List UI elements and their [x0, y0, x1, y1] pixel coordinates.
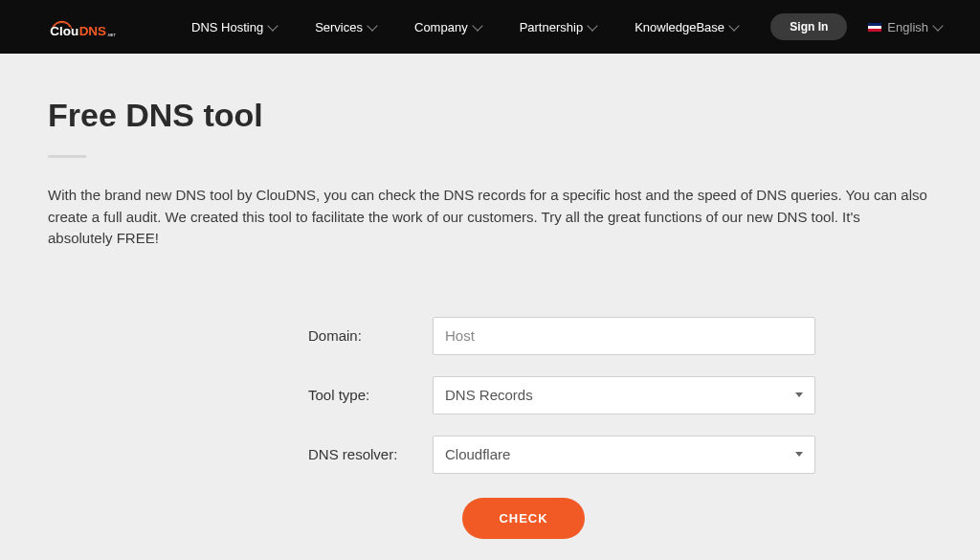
tooltype-row: Tool type: DNS Records [308, 376, 863, 414]
check-button[interactable]: CHECK [462, 498, 584, 539]
nav-company[interactable]: Company [414, 20, 481, 34]
domain-row: Domain: [308, 317, 863, 355]
svg-text:DNS: DNS [79, 24, 107, 38]
resolver-select[interactable]: Cloudflare [433, 436, 815, 474]
resolver-value: Cloudflare [445, 446, 510, 462]
nav-label: Partnership [520, 20, 583, 34]
top-navigation: Clou DNS .NET DNS Hosting Services Compa… [0, 0, 980, 54]
dns-tool-form: Domain: Tool type: DNS Records DNS resol… [117, 317, 863, 539]
chevron-down-icon [587, 20, 597, 31]
chevron-down-icon [367, 20, 377, 31]
chevron-down-icon [728, 20, 739, 31]
nav-label: Services [315, 20, 363, 34]
nav-services[interactable]: Services [315, 20, 376, 34]
dropdown-icon [795, 392, 803, 397]
page-content: Free DNS tool With the brand new DNS too… [0, 54, 980, 539]
nav-knowledgebase[interactable]: KnowledgeBase [635, 20, 738, 34]
chevron-down-icon [472, 20, 482, 31]
submit-row: CHECK [308, 498, 863, 539]
resolver-label: DNS resolver: [308, 446, 433, 462]
signin-button[interactable]: Sign In [770, 13, 847, 40]
nav-label: DNS Hosting [191, 20, 263, 34]
chevron-down-icon [932, 20, 943, 31]
page-description: With the brand new DNS tool by ClouDNS, … [48, 185, 928, 250]
page-title: Free DNS tool [48, 97, 932, 134]
svg-text:Clou: Clou [50, 24, 78, 38]
logo[interactable]: Clou DNS .NET [48, 12, 134, 41]
language-label: English [887, 20, 928, 34]
nav-label: Company [414, 20, 468, 34]
tooltype-value: DNS Records [445, 387, 533, 403]
nav-right: Sign In English [770, 13, 942, 40]
tooltype-select[interactable]: DNS Records [433, 376, 815, 414]
nav-label: KnowledgeBase [635, 20, 724, 34]
flag-icon [868, 23, 881, 32]
resolver-row: DNS resolver: Cloudflare [308, 436, 863, 474]
main-nav: DNS Hosting Services Company Partnership… [191, 20, 770, 34]
tooltype-label: Tool type: [308, 387, 433, 403]
domain-label: Domain: [308, 327, 433, 344]
domain-input[interactable] [433, 317, 815, 355]
chevron-down-icon [267, 20, 278, 31]
title-underline [48, 155, 86, 158]
nav-dns-hosting[interactable]: DNS Hosting [191, 20, 277, 34]
svg-text:.NET: .NET [107, 33, 117, 37]
language-selector[interactable]: English [868, 20, 942, 34]
nav-partnership[interactable]: Partnership [520, 20, 596, 34]
dropdown-icon [795, 452, 803, 457]
